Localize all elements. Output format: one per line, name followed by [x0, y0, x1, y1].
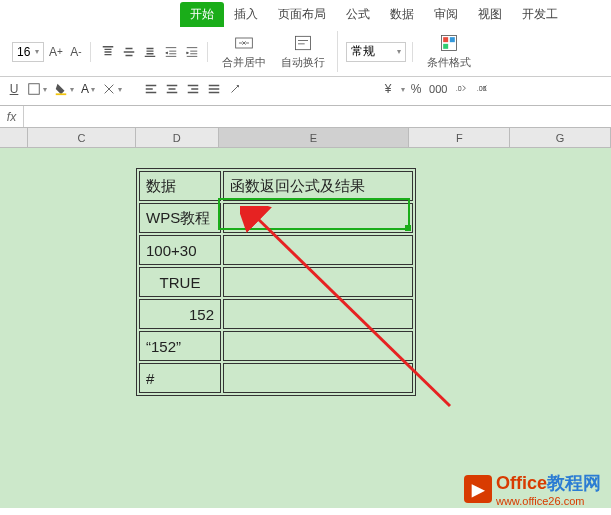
- conditional-format-button[interactable]: 条件格式: [421, 31, 477, 72]
- sheet-area: C D E F G 数据 函数返回公式及结果 WPS教程 100+30 TRUE…: [0, 128, 611, 508]
- svg-rect-3: [443, 37, 448, 42]
- number-format-select[interactable]: 常规 ▾: [346, 42, 406, 62]
- col-header-f[interactable]: F: [409, 128, 510, 147]
- number-format-value: 常规: [351, 43, 375, 60]
- align-left-button[interactable]: [142, 79, 160, 99]
- svg-rect-1: [295, 36, 310, 49]
- chevron-down-icon: ▾: [35, 47, 39, 56]
- decrease-indent-button[interactable]: [162, 42, 180, 62]
- fx-label[interactable]: fx: [0, 106, 24, 127]
- watermark: ▶ Office教程网 www.office26.com: [464, 471, 601, 507]
- wrap-text-button[interactable]: 自动换行: [275, 31, 331, 72]
- chevron-down-icon: ▾: [397, 47, 401, 56]
- tab-data[interactable]: 数据: [380, 2, 424, 27]
- toolbar-row1: 16 ▾ A+ A- 合并居中 自动换行 常规 ▾ 条件格式: [0, 27, 611, 77]
- office-logo-icon: ▶: [464, 475, 492, 503]
- align-middle-button[interactable]: [120, 42, 138, 62]
- tab-view[interactable]: 视图: [468, 2, 512, 27]
- cell-e[interactable]: [223, 267, 413, 297]
- tab-start[interactable]: 开始: [180, 2, 224, 27]
- border-button[interactable]: ▾: [25, 79, 49, 99]
- cell-d[interactable]: 100+30: [139, 235, 221, 265]
- cell-d[interactable]: “152”: [139, 331, 221, 361]
- svg-rect-4: [450, 37, 455, 42]
- column-headers: C D E F G: [28, 128, 611, 148]
- grid[interactable]: 数据 函数返回公式及结果 WPS教程 100+30 TRUE 152 “152”…: [28, 148, 611, 508]
- cell-e[interactable]: [223, 331, 413, 361]
- align-right-button[interactable]: [184, 79, 202, 99]
- data-table: 数据 函数返回公式及结果 WPS教程 100+30 TRUE 152 “152”…: [136, 168, 416, 396]
- cell-e[interactable]: [223, 235, 413, 265]
- watermark-url: www.office26.com: [496, 495, 601, 507]
- table-row: WPS教程: [139, 203, 413, 233]
- col-header-c[interactable]: C: [28, 128, 136, 147]
- align-bottom-button[interactable]: [141, 42, 159, 62]
- tab-dev[interactable]: 开发工: [512, 2, 568, 27]
- table-row: 152: [139, 299, 413, 329]
- font-size-value: 16: [17, 45, 30, 59]
- distribute-button[interactable]: [205, 79, 223, 99]
- increase-decimal-button[interactable]: .0: [452, 79, 470, 99]
- table-row: #: [139, 363, 413, 393]
- clear-format-button[interactable]: ▾: [100, 79, 124, 99]
- cell-e[interactable]: [223, 203, 413, 233]
- cell-e[interactable]: [223, 299, 413, 329]
- svg-rect-5: [443, 44, 448, 49]
- formula-input[interactable]: [24, 106, 611, 127]
- tab-layout[interactable]: 页面布局: [268, 2, 336, 27]
- cell-d[interactable]: 152: [139, 299, 221, 329]
- wrap-text-label: 自动换行: [281, 55, 325, 70]
- tab-formula[interactable]: 公式: [336, 2, 380, 27]
- increase-font-button[interactable]: A+: [47, 42, 65, 62]
- cell-d[interactable]: TRUE: [139, 267, 221, 297]
- currency-button[interactable]: ¥: [380, 79, 396, 99]
- header-e[interactable]: 函数返回公式及结果: [223, 171, 413, 201]
- table-row: TRUE: [139, 267, 413, 297]
- decrease-decimal-button[interactable]: .00: [473, 79, 491, 99]
- table-row: 100+30: [139, 235, 413, 265]
- svg-text:.00: .00: [477, 85, 487, 92]
- header-d[interactable]: 数据: [139, 171, 221, 201]
- svg-rect-6: [29, 84, 40, 95]
- fill-color-button[interactable]: ▾: [52, 79, 76, 99]
- cell-d[interactable]: WPS教程: [139, 203, 221, 233]
- cell-e[interactable]: [223, 363, 413, 393]
- thousand-sep-button[interactable]: 000: [427, 79, 449, 99]
- formula-bar: fx: [0, 106, 611, 128]
- col-header-g[interactable]: G: [510, 128, 611, 147]
- align-center-button[interactable]: [163, 79, 181, 99]
- tab-insert[interactable]: 插入: [224, 2, 268, 27]
- col-header-e[interactable]: E: [219, 128, 410, 147]
- conditional-format-label: 条件格式: [427, 55, 471, 70]
- merge-center-label: 合并居中: [222, 55, 266, 70]
- table-header-row: 数据 函数返回公式及结果: [139, 171, 413, 201]
- svg-rect-7: [56, 93, 67, 95]
- orientation-button[interactable]: [226, 79, 244, 99]
- percent-button[interactable]: %: [408, 79, 424, 99]
- ribbon-tabs: 开始 插入 页面布局 公式 数据 审阅 视图 开发工: [0, 0, 611, 27]
- increase-indent-button[interactable]: [183, 42, 201, 62]
- select-all-corner[interactable]: [0, 128, 28, 148]
- decrease-font-button[interactable]: A-: [68, 42, 84, 62]
- font-size-select[interactable]: 16 ▾: [12, 42, 44, 62]
- cell-d[interactable]: #: [139, 363, 221, 393]
- toolbar-row2: U ▾ ▾ A▾ ▾ ¥▾ % 000 .0 .00: [0, 77, 611, 106]
- svg-text:.0: .0: [456, 85, 462, 92]
- col-header-d[interactable]: D: [136, 128, 219, 147]
- underline-button[interactable]: U: [6, 79, 22, 99]
- merge-center-button[interactable]: 合并居中: [216, 31, 272, 72]
- font-color-button[interactable]: A▾: [79, 79, 97, 99]
- tab-review[interactable]: 审阅: [424, 2, 468, 27]
- table-row: “152”: [139, 331, 413, 361]
- align-top-button[interactable]: [99, 42, 117, 62]
- watermark-brand: Office教程网: [496, 471, 601, 495]
